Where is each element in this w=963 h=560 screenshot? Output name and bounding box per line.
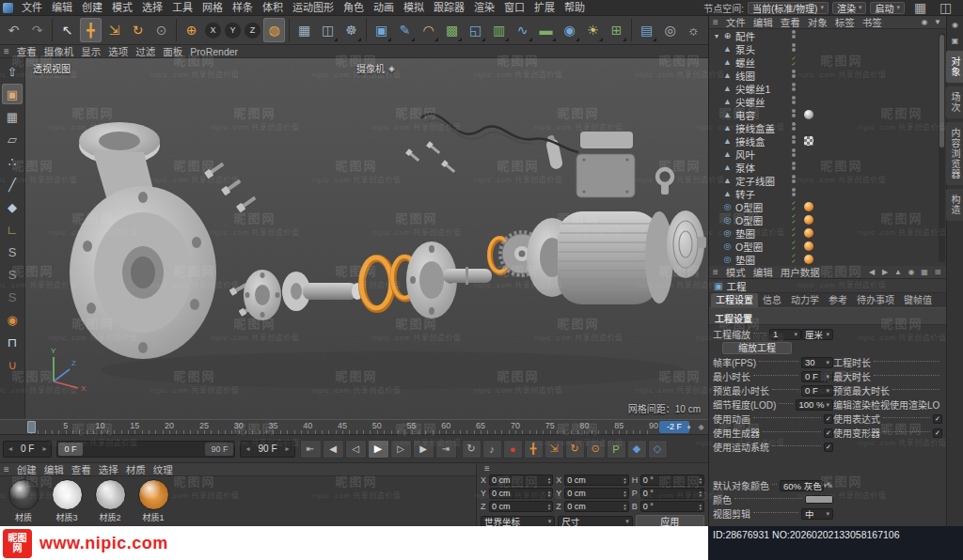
coord-axis-icon[interactable]: ⊕ (181, 18, 202, 42)
visibility-toggles[interactable] (790, 162, 797, 170)
tree-item[interactable]: ▲泵头 (709, 42, 946, 55)
material-tag-orange[interactable] (804, 202, 813, 211)
material-tag-orange[interactable] (804, 228, 813, 238)
add-xpresso-button[interactable]: ⊞ (606, 18, 627, 42)
spinner-left-icon[interactable]: ◂ (243, 444, 252, 453)
prev-key-button[interactable]: ◀ (323, 440, 344, 459)
nav-forward-icon[interactable]: ▶ (879, 267, 891, 278)
attribute-manager-menu-item[interactable]: 编辑 (750, 265, 777, 280)
add-environment-button[interactable]: ▬ (535, 18, 557, 42)
range-start-handle[interactable]: 0 F (58, 443, 82, 456)
material-manager-menu-item[interactable]: 查看 (68, 462, 95, 477)
timeline-ruler[interactable]: 051015202530354045505560657075808590 -2 … (0, 419, 708, 434)
visibility-dot-icon[interactable] (792, 43, 796, 47)
menubar-item[interactable]: 网格 (197, 0, 228, 15)
visibility-dot-icon[interactable] (792, 188, 796, 192)
visibility-toggles[interactable] (790, 30, 797, 39)
record-keyframe-button[interactable]: ● (503, 440, 523, 459)
enabled-check-icon[interactable]: ✓ (791, 62, 796, 67)
current-frame-spinner[interactable]: ◂ 0 F ▸ (3, 441, 52, 458)
visibility-dot-icon[interactable] (792, 48, 796, 52)
spinner-icon[interactable]: ▴▾ (699, 476, 702, 484)
tree-item[interactable]: ▲尖螺丝 (709, 95, 946, 108)
visibility-dot-icon[interactable] (792, 122, 796, 126)
pin-icon[interactable]: ▣ (949, 35, 961, 47)
visibility-dot-icon[interactable] (792, 70, 796, 73)
menubar-item[interactable]: 模式 (107, 0, 137, 15)
spinner-icon[interactable]: ▴▾ (699, 503, 702, 510)
nav-up-icon[interactable]: ▲ (892, 267, 904, 278)
tree-item[interactable]: ◎O型圈✓✓ (709, 200, 946, 213)
expand-arrow-icon[interactable]: ▾ (712, 32, 721, 40)
polygons-mode-icon[interactable]: ◆ (2, 196, 23, 217)
render-picture-viewer-button[interactable]: ◫ (317, 18, 339, 42)
visibility-toggles[interactable]: ✓✓ (790, 254, 797, 264)
visibility-dot-icon[interactable] (792, 175, 796, 179)
material-item[interactable]: 材质 (4, 479, 43, 523)
convert-editable-icon[interactable]: ⇧ (2, 61, 23, 82)
visibility-dot-icon[interactable] (792, 96, 796, 100)
material-item[interactable]: 材质2 (90, 479, 130, 523)
axis-y-button[interactable]: Y (225, 23, 241, 39)
menubar-item[interactable]: 跟踪器 (429, 0, 469, 15)
panel-menu-icon[interactable]: ≡ (481, 463, 494, 474)
dropdown-select[interactable]: 60% 灰色▾ (780, 480, 824, 491)
visibility-toggles[interactable] (790, 43, 797, 52)
enabled-check-icon[interactable]: ✓ (791, 246, 796, 251)
node-space-select[interactable]: 当前(标准/物理) ▾ (748, 2, 829, 14)
visibility-dot-icon[interactable] (792, 148, 796, 152)
menubar-item[interactable]: 角色 (339, 0, 369, 15)
value-field[interactable]: 0 F▾ (801, 371, 833, 382)
spinner-icon[interactable]: ▴▾ (548, 476, 551, 484)
spinner-icon[interactable]: ▴▾ (699, 490, 702, 497)
tree-item[interactable]: ▲螺丝✓✓ (709, 55, 946, 69)
material-tag-orange[interactable] (804, 241, 813, 251)
add-primitive-button[interactable]: ▣ (371, 18, 392, 42)
tree-item[interactable]: ◎O型圈✓✓ (709, 240, 946, 253)
visibility-toggles[interactable] (790, 188, 797, 196)
visibility-toggles[interactable] (790, 122, 797, 131)
material-manager-menu-item[interactable]: 编辑 (40, 462, 68, 477)
add-deformer-button[interactable]: ∿ (512, 18, 533, 42)
add-subdivision-button[interactable]: ◱ (465, 18, 486, 42)
menubar-item[interactable]: 帮助 (560, 0, 590, 15)
visibility-dot-icon[interactable] (792, 114, 796, 117)
attribute-tab[interactable]: 信息 (758, 293, 786, 307)
goto-end-button[interactable]: ⇥ (435, 440, 457, 459)
scale-tool-icon[interactable]: ⇲ (103, 18, 125, 42)
attribute-object-row[interactable]: ▣ 工程 (709, 279, 946, 293)
tree-item[interactable]: ▲电容 (709, 108, 946, 121)
spinner-icon[interactable]: ▴▾ (548, 503, 551, 510)
checkbox[interactable]: ✓ (824, 443, 833, 452)
snap-icon[interactable]: ◉ (2, 309, 23, 330)
visibility-dot-icon[interactable] (792, 166, 796, 170)
material-tag-grey[interactable] (804, 110, 813, 119)
display-mode-button[interactable]: ▤ (636, 18, 657, 42)
visibility-toggles[interactable] (790, 109, 797, 117)
attribute-manager-menu-item[interactable]: 用户数据 (777, 265, 824, 280)
layout-tab[interactable]: 构造 (946, 189, 963, 221)
enabled-check-icon[interactable]: ✓ (791, 233, 796, 238)
search-icon[interactable]: ◉ (906, 267, 917, 278)
visibility-dot-icon[interactable] (792, 140, 796, 144)
menubar-item[interactable]: 创建 (77, 0, 107, 15)
key-pla-button[interactable]: P (607, 440, 626, 459)
coordinate-field[interactable]: 0 °▴▾ (640, 488, 704, 499)
viewport-light-button[interactable]: ☼ (683, 18, 704, 42)
tree-item[interactable]: ▾⊕配件 (709, 29, 946, 42)
add-array-button[interactable]: ▥ (488, 18, 510, 42)
checkbox[interactable]: ✓ (824, 428, 833, 438)
lock-workplane-icon[interactable]: ⊓ (2, 332, 23, 352)
material-tag-orange[interactable] (804, 215, 813, 225)
viewport-menu-item[interactable]: 面板 (159, 44, 186, 59)
visibility-dot-icon[interactable] (792, 87, 796, 91)
solo-hierarchy-icon[interactable]: S (2, 287, 23, 307)
panel-menu-icon[interactable]: ≡ (0, 464, 13, 474)
attribute-tab[interactable]: 动力学 (786, 293, 824, 307)
enabled-check-icon[interactable]: ✓ (791, 259, 796, 264)
coordinate-field[interactable]: 0 cm▴▾ (564, 501, 628, 512)
attribute-manager-menu-item[interactable]: 模式 (722, 265, 750, 280)
material-manager-menu-item[interactable]: 创建 (13, 462, 40, 477)
end-frame-spinner[interactable]: ◂ 90 F ▸ (240, 441, 294, 458)
visibility-toggles[interactable]: ✓✓ (790, 214, 797, 225)
